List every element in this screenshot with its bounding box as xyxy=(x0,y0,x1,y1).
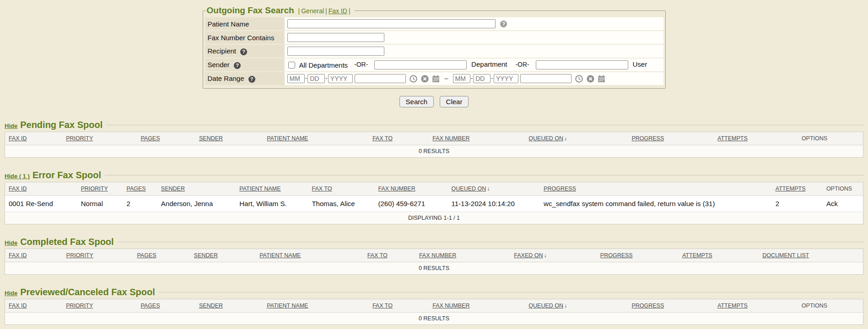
header-row: FAX IDPRIORITYPAGESSENDERPATIENT NAMEFAX… xyxy=(5,249,863,262)
col-label-progress[interactable]: PROGRESS xyxy=(544,186,576,192)
from-year-input[interactable] xyxy=(328,74,353,83)
col-label-patient-name[interactable]: PATIENT NAME xyxy=(239,186,280,192)
hide-link-pending[interactable]: Hide xyxy=(5,122,17,129)
help-icon[interactable]: ? xyxy=(240,48,247,55)
clock-icon[interactable] xyxy=(575,75,583,83)
to-day-input[interactable] xyxy=(473,74,491,83)
help-icon[interactable]: ? xyxy=(500,21,507,27)
col-label-sender[interactable]: SENDER xyxy=(199,135,223,142)
col-label-pages[interactable]: PAGES xyxy=(137,252,156,259)
col-header-attempts: ATTEMPTS xyxy=(679,249,759,262)
col-label-options: OPTIONS xyxy=(826,186,852,192)
from-time-input[interactable] xyxy=(355,74,406,83)
col-label-fax-to[interactable]: FAX TO xyxy=(372,135,393,142)
col-label-queued-on[interactable]: QUEUED ON xyxy=(452,186,486,192)
status-text: 0 RESULTS xyxy=(5,313,863,325)
to-time-input[interactable] xyxy=(520,74,571,83)
col-label-fax-number[interactable]: FAX NUMBER xyxy=(378,186,415,192)
col-header-pages: PAGES xyxy=(123,182,157,196)
col-header-priority: PRIORITY xyxy=(63,249,134,262)
clear-date-icon[interactable] xyxy=(587,75,594,83)
col-label-pages[interactable]: PAGES xyxy=(140,135,160,142)
col-label-attempts[interactable]: ATTEMPTS xyxy=(776,186,806,192)
col-label-patient-name[interactable]: PATIENT NAME xyxy=(267,135,308,142)
col-label-fax-number[interactable]: FAX NUMBER xyxy=(432,135,469,142)
col-label-priority[interactable]: PRIORITY xyxy=(66,302,93,309)
col-label-fax-to[interactable]: FAX TO xyxy=(367,252,388,259)
status-row: 0 RESULTS xyxy=(5,313,863,325)
col-header-fax-id: FAX ID xyxy=(5,132,63,145)
col-label-document-list[interactable]: DOCUMENT LIST xyxy=(762,252,809,259)
col-header-fax-id: FAX ID xyxy=(5,299,63,313)
col-label-pages[interactable]: PAGES xyxy=(127,186,146,192)
col-label-progress[interactable]: PROGRESS xyxy=(600,252,633,259)
col-header-sender: SENDER xyxy=(195,132,263,145)
completed-spool-table: FAX IDPRIORITYPAGESSENDERPATIENT NAMEFAX… xyxy=(5,249,863,275)
col-label-progress[interactable]: PROGRESS xyxy=(631,135,664,142)
header-row: FAX IDPRIORITYPAGESSENDERPATIENT NAMEFAX… xyxy=(5,132,863,145)
col-label-fax-number[interactable]: FAX NUMBER xyxy=(419,252,456,259)
col-header-patient-name: PATIENT NAME xyxy=(256,249,364,262)
calendar-icon[interactable] xyxy=(432,75,440,83)
user-input[interactable] xyxy=(536,60,628,69)
col-label-sender[interactable]: SENDER xyxy=(194,252,218,259)
hide-link-completed[interactable]: Hide xyxy=(5,239,17,246)
fax-number-row: Fax Number Contains xyxy=(205,31,663,44)
col-label-sender[interactable]: SENDER xyxy=(161,186,185,192)
col-label-sender[interactable]: SENDER xyxy=(199,302,223,309)
hide-link-error[interactable]: Hide ( 1 ) xyxy=(5,173,30,180)
patient-name-input[interactable] xyxy=(287,19,496,28)
col-label-fax-to[interactable]: FAX TO xyxy=(312,186,332,192)
recipient-row: Recipient ? xyxy=(205,45,663,58)
col-label-priority[interactable]: PRIORITY xyxy=(81,186,108,192)
from-month-input[interactable] xyxy=(287,74,305,83)
completed-spool-section: HideCompleted Fax SpoolFAX IDPRIORITYPAG… xyxy=(5,237,863,275)
clear-button[interactable]: Clear xyxy=(440,96,469,107)
col-label-queued-on[interactable]: QUEUED ON xyxy=(528,302,563,309)
cell-options[interactable]: Ack xyxy=(823,196,863,212)
clock-icon[interactable] xyxy=(410,75,417,83)
col-label-fax-id[interactable]: FAX ID xyxy=(9,186,27,192)
col-label-progress[interactable]: PROGRESS xyxy=(631,302,664,309)
col-label-fax-id[interactable]: FAX ID xyxy=(9,135,27,142)
col-header-progress: PROGRESS xyxy=(597,249,679,262)
department-input[interactable] xyxy=(374,60,467,69)
col-label-priority[interactable]: PRIORITY xyxy=(66,252,93,259)
cell-fax-id[interactable]: 0001 Re-Send xyxy=(5,196,77,212)
cell-sender: Anderson, Jenna xyxy=(157,196,236,212)
to-year-input[interactable] xyxy=(494,74,518,83)
general-mode-link[interactable]: General xyxy=(301,7,324,15)
fax-id-mode-link[interactable]: Fax ID xyxy=(329,7,347,15)
col-label-fax-id[interactable]: FAX ID xyxy=(9,302,27,309)
col-label-patient-name[interactable]: PATIENT NAME xyxy=(267,302,308,309)
col-label-patient-name[interactable]: PATIENT NAME xyxy=(259,252,301,259)
pipe-separator: | xyxy=(325,7,327,15)
col-header-sender: SENDER xyxy=(157,182,236,196)
clear-date-icon[interactable] xyxy=(421,75,429,83)
recipient-input[interactable] xyxy=(287,47,384,56)
help-icon[interactable]: ? xyxy=(234,62,241,69)
col-label-attempts[interactable]: ATTEMPTS xyxy=(717,135,748,142)
or-text: -OR- xyxy=(515,61,529,68)
to-month-input[interactable] xyxy=(453,74,470,83)
col-label-priority[interactable]: PRIORITY xyxy=(66,135,93,142)
completed-section-legend: HideCompleted Fax Spool xyxy=(5,237,118,247)
search-button[interactable]: Search xyxy=(399,96,434,107)
patient-name-row: Patient Name ? xyxy=(205,17,663,30)
col-label-pages[interactable]: PAGES xyxy=(140,302,160,309)
col-label-attempts[interactable]: ATTEMPTS xyxy=(682,252,712,259)
all-departments-checkbox[interactable] xyxy=(288,62,295,69)
col-header-faxed-on: FAXED ON↓ xyxy=(510,249,597,262)
col-label-faxed-on[interactable]: FAXED ON xyxy=(514,252,543,259)
col-header-fax-number: FAX NUMBER xyxy=(429,299,525,313)
hide-link-previewed[interactable]: Hide xyxy=(5,290,17,297)
col-label-fax-to[interactable]: FAX TO xyxy=(372,302,393,309)
fax-number-contains-input[interactable] xyxy=(287,33,384,42)
calendar-icon[interactable] xyxy=(598,75,605,83)
col-label-fax-id[interactable]: FAX ID xyxy=(9,252,27,259)
col-label-attempts[interactable]: ATTEMPTS xyxy=(717,302,748,309)
col-label-fax-number[interactable]: FAX NUMBER xyxy=(432,302,469,309)
col-label-queued-on[interactable]: QUEUED ON xyxy=(528,135,563,142)
help-icon[interactable]: ? xyxy=(248,76,255,83)
from-day-input[interactable] xyxy=(307,74,325,83)
